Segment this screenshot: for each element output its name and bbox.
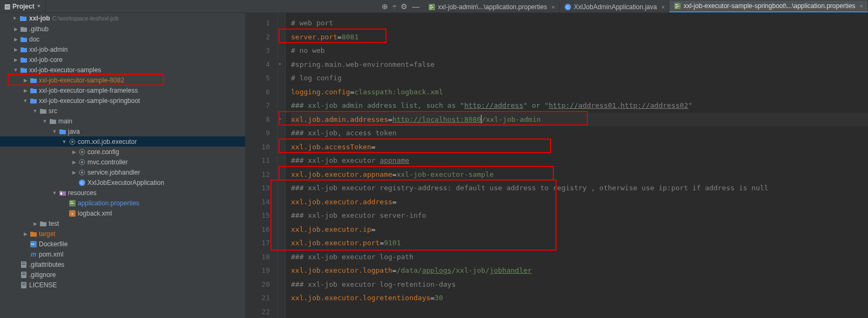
code-line[interactable]: #spring.main.web-environment=false xyxy=(291,58,868,72)
file-icon xyxy=(20,261,28,268)
code-line[interactable]: ### xxl-job admin address list, such as … xyxy=(291,99,868,113)
tree-root[interactable]: ▼ xxl-job C:\workspace-test\xxl-job xyxy=(0,13,245,24)
tree-row[interactable]: ▶xxl-job-core xyxy=(0,54,245,65)
close-icon[interactable]: × xyxy=(860,3,863,9)
code-area[interactable]: # web portserver.port=8081# no web#sprin… xyxy=(286,13,868,318)
code-line[interactable]: # log config xyxy=(291,71,868,85)
divide-icon[interactable]: ÷ xyxy=(392,2,397,11)
tree-row[interactable]: application.properties xyxy=(0,198,245,208)
tree-row[interactable]: Dockerfile xyxy=(0,239,245,249)
tree-row[interactable]: ▶doc xyxy=(0,34,245,44)
code-line[interactable]: ### xxl-job executor registry-address: d… xyxy=(291,181,868,195)
code-token: = xyxy=(337,33,342,41)
code-line[interactable]: server.port=8081 xyxy=(291,30,868,44)
svg-point-17 xyxy=(81,171,83,174)
chevron-down-icon: ▼ xyxy=(37,4,41,9)
tree-row[interactable]: ▶service.jobhandler xyxy=(0,167,245,177)
chevron-right-icon[interactable]: ▶ xyxy=(71,170,77,175)
code-token: http://localhost:8080 xyxy=(392,115,481,123)
chevron-down-icon[interactable]: ▼ xyxy=(52,190,57,196)
chevron-right-icon[interactable]: ▶ xyxy=(13,26,18,32)
code-line[interactable]: xxl.job.executor.appname=xxl-job-executo… xyxy=(291,168,868,182)
close-icon[interactable]: × xyxy=(661,4,664,10)
folder-icon xyxy=(20,25,28,33)
chevron-down-icon[interactable]: ▼ xyxy=(23,98,28,103)
tree-row[interactable]: xlogback.xml xyxy=(0,208,245,218)
line-number: 9 xyxy=(246,126,270,140)
tree-row[interactable]: ▼main xyxy=(0,116,245,126)
line-number: 22 xyxy=(246,305,270,319)
code-line[interactable]: xxl.job.admin.addresses=http://localhost… xyxy=(291,113,868,127)
chevron-right-icon[interactable]: ▶ xyxy=(13,37,18,42)
tree-row[interactable]: ▶target xyxy=(0,229,245,239)
svg-point-13 xyxy=(81,151,83,153)
code-token: ### xxl-job admin address list, such as … xyxy=(291,101,464,109)
project-tree[interactable]: ▼ xxl-job C:\workspace-test\xxl-job ▶.gi… xyxy=(0,13,246,318)
code-token: xxl.job.executor.logretentiondays xyxy=(291,294,430,302)
code-line[interactable]: xxl.job.executor.ip= xyxy=(291,223,868,237)
tree-row[interactable]: LICENSE xyxy=(0,280,245,290)
tree-row[interactable]: ▼java xyxy=(0,126,245,136)
gear-icon[interactable]: ⚙ xyxy=(401,2,408,11)
editor-tab[interactable]: xxl-job-executor-sample-springboot\...\a… xyxy=(669,1,868,12)
fold-toggle-icon[interactable]: ▸ xyxy=(279,61,282,66)
project-tool-button[interactable]: ▤ Project ▼ xyxy=(0,0,46,12)
target-icon[interactable]: ⊕ xyxy=(382,2,388,11)
tree-row[interactable]: ▶test xyxy=(0,218,245,229)
tree-item-label: logback.xml xyxy=(78,210,112,217)
tree-row[interactable]: CXxlJobExecutorApplication xyxy=(0,177,245,188)
tree-item-label: resources xyxy=(68,189,97,197)
chevron-right-icon[interactable]: ▶ xyxy=(32,221,38,226)
chevron-down-icon[interactable]: ▼ xyxy=(13,67,18,73)
minimize-icon[interactable]: — xyxy=(412,2,419,11)
tree-row[interactable]: mpom.xml xyxy=(0,249,245,259)
code-line[interactable]: ### xxl-job executor log-retention-days xyxy=(291,278,868,292)
tree-row[interactable]: ▼src xyxy=(0,106,245,116)
line-number: 18 xyxy=(246,250,270,264)
tree-row[interactable]: ▶xxl-job-executor-sample-frameless xyxy=(0,85,245,95)
code-line[interactable]: ### xxl-job executor server-info xyxy=(291,209,868,223)
code-line[interactable]: ### xxl-job, access token xyxy=(291,126,868,140)
code-line[interactable]: logging.config=classpath:logback.xml xyxy=(291,85,868,99)
tree-row[interactable]: ▶core.config xyxy=(0,147,245,157)
code-line[interactable]: ### xxl-job executor appname xyxy=(291,154,868,168)
code-line[interactable]: # web port xyxy=(291,16,868,30)
tree-row[interactable]: ▶xxl-job-executor-sample-8082 xyxy=(0,75,245,85)
fold-toggle-icon[interactable]: ▸ xyxy=(279,116,282,121)
tree-row[interactable]: ▼xxl-job-executor-samples xyxy=(0,65,245,75)
editor-tab[interactable]: CXxlJobAdminApplication.java× xyxy=(560,2,670,12)
editor-tab[interactable]: xxl-job-admin\...\application.properties… xyxy=(424,2,560,12)
code-line[interactable]: xxl.job.executor.port=9101 xyxy=(291,236,868,250)
tree-row[interactable]: ▼xxl-job-executor-sample-springboot xyxy=(0,95,245,106)
chevron-right-icon[interactable]: ▶ xyxy=(71,160,77,165)
tree-row[interactable]: ▼resources xyxy=(0,188,245,198)
tree-row[interactable]: .gitignore xyxy=(0,269,245,280)
tree-row[interactable]: ▶.github xyxy=(0,24,245,34)
code-line[interactable]: xxl.job.executor.address= xyxy=(291,195,868,209)
tree-item-label: LICENSE xyxy=(29,281,57,289)
tree-row[interactable]: .gitattributes xyxy=(0,259,245,269)
chevron-right-icon[interactable]: ▶ xyxy=(71,149,77,155)
line-number: 16 xyxy=(246,223,270,237)
close-icon[interactable]: × xyxy=(551,4,554,10)
editor[interactable]: 12345678910111213141516171819202122 ▸▸ #… xyxy=(246,13,868,318)
code-line[interactable]: # no web xyxy=(291,44,868,58)
chevron-right-icon[interactable]: ▶ xyxy=(13,57,18,63)
chevron-right-icon[interactable]: ▶ xyxy=(13,47,18,52)
chevron-down-icon[interactable]: ▼ xyxy=(62,139,67,144)
code-line[interactable]: xxl.job.executor.logretentiondays=30 xyxy=(291,291,868,305)
tree-row[interactable]: ▶xxl-job-admin xyxy=(0,44,245,54)
tree-row[interactable]: ▶mvc.controller xyxy=(0,157,245,167)
chevron-down-icon[interactable]: ▼ xyxy=(52,129,57,134)
chevron-down-icon[interactable]: ▼ xyxy=(32,108,38,114)
folder-orange-icon xyxy=(30,230,37,238)
chevron-down-icon[interactable]: ▼ xyxy=(42,119,48,124)
tree-item-label: xxl-job-executor-samples xyxy=(29,66,101,74)
tree-row[interactable]: ▼com.xxl.job.executor xyxy=(0,136,245,147)
chevron-right-icon[interactable]: ▶ xyxy=(23,88,28,93)
code-line[interactable]: ### xxl-job executor log-path xyxy=(291,250,868,264)
code-line[interactable]: xxl.job.accessToken= xyxy=(291,140,868,154)
chevron-right-icon[interactable]: ▶ xyxy=(23,78,28,83)
chevron-right-icon[interactable]: ▶ xyxy=(23,231,28,237)
code-line[interactable]: xxl.job.executor.logpath=/data/applogs/x… xyxy=(291,264,868,278)
